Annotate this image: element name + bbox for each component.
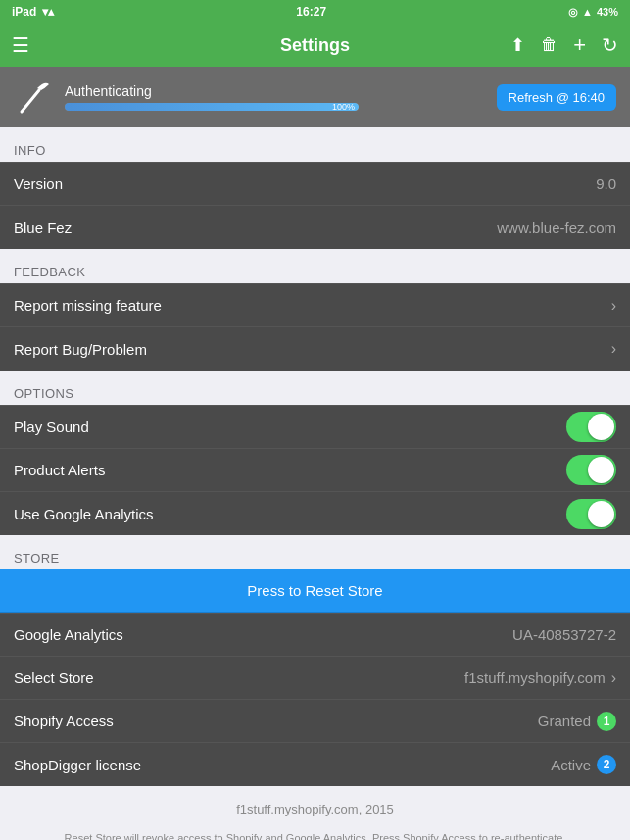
feedback-rows-group: Report missing feature › Report Bug/Prob… — [0, 283, 630, 371]
shopdigger-license-badge: 2 — [597, 755, 616, 774]
google-analytics-toggle-label: Use Google Analytics — [14, 506, 154, 522]
section-header-info: Info — [0, 135, 630, 162]
product-alerts-label: Product Alerts — [14, 462, 105, 478]
report-missing-label: Report missing feature — [14, 297, 162, 314]
shopify-access-label: Shopify Access — [14, 713, 114, 729]
play-sound-toggle[interactable] — [566, 412, 616, 442]
play-sound-row: Play Sound — [0, 406, 630, 449]
app-logo — [14, 76, 55, 118]
shopify-access-row: Shopify Access Granted 1 — [0, 700, 630, 743]
product-alerts-row: Product Alerts — [0, 449, 630, 492]
refresh-button[interactable]: Refresh @ 16:40 — [497, 84, 616, 111]
section-header-store: Store — [0, 543, 630, 569]
shopdigger-license-row: ShopDigger license Active 2 — [0, 743, 630, 786]
reset-store-btn-row[interactable]: Press to Reset Store — [0, 569, 630, 613]
google-analytics-toggle-row: Use Google Analytics — [0, 492, 630, 535]
select-store-label: Select Store — [14, 669, 94, 686]
report-missing-row[interactable]: Report missing feature › — [0, 284, 630, 327]
time-label: 16:27 — [296, 5, 326, 19]
nav-bar: ☰ Settings ⬆ 🗑 + ↻ — [0, 24, 630, 67]
status-bar: iPad ▾▴ 16:27 ◎ ▲ 43% — [0, 0, 630, 24]
report-bug-chevron: › — [611, 340, 616, 358]
blue-fez-label: Blue Fez — [14, 220, 72, 236]
menu-icon[interactable]: ☰ — [12, 33, 29, 57]
play-sound-label: Play Sound — [14, 419, 89, 435]
signal-icon: ▲ — [582, 6, 593, 18]
version-row: Version 9.0 — [0, 163, 630, 206]
section-header-options: Options — [0, 378, 630, 405]
auth-bar: Authenticating 100% Refresh @ 16:40 — [0, 67, 630, 127]
info-rows-group: Version 9.0 Blue Fez www.blue-fez.com — [0, 162, 630, 249]
blue-fez-value: www.blue-fez.com — [497, 220, 616, 236]
reset-store-label: Press to Reset Store — [247, 582, 382, 599]
version-label: Version — [14, 175, 63, 192]
add-icon[interactable]: + — [573, 32, 586, 58]
google-analytics-id-label: Google Analytics — [14, 626, 123, 643]
report-bug-label: Report Bug/Problem — [14, 341, 147, 358]
progress-label: 100% — [332, 103, 355, 111]
product-alerts-toggle[interactable] — [566, 455, 616, 485]
trash-icon[interactable]: 🗑 — [541, 35, 557, 55]
carrier-label: iPad — [12, 5, 36, 19]
shopdigger-license-value: Active — [551, 757, 591, 773]
shopify-access-value: Granted — [538, 713, 591, 729]
google-analytics-id-value: UA-40853727-2 — [512, 626, 616, 643]
version-value: 9.0 — [596, 175, 616, 192]
page-title: Settings — [280, 35, 350, 56]
options-rows-group: Play Sound Product Alerts Use Google Ana… — [0, 405, 630, 535]
refresh-icon[interactable]: ↻ — [602, 33, 618, 57]
select-store-row[interactable]: Select Store f1stuff.myshopify.com › — [0, 657, 630, 700]
google-analytics-toggle[interactable] — [566, 499, 616, 529]
footer-domain: f1stuff.myshopify.com, 2015 — [0, 794, 630, 824]
share-icon[interactable]: ⬆ — [510, 34, 525, 56]
blue-fez-row: Blue Fez www.blue-fez.com — [0, 206, 630, 249]
progress-bar: 100% — [65, 103, 359, 111]
battery-label: 43% — [597, 6, 618, 18]
report-bug-row[interactable]: Report Bug/Problem › — [0, 327, 630, 371]
auth-status: Authenticating — [65, 83, 359, 99]
svg-line-1 — [22, 90, 39, 112]
shopify-access-badge: 1 — [597, 712, 616, 731]
store-rows-group: Google Analytics UA-40853727-2 Select St… — [0, 613, 630, 786]
google-analytics-id-row: Google Analytics UA-40853727-2 — [0, 614, 630, 657]
location-icon: ◎ — [568, 6, 578, 19]
section-header-feedback: Feedback — [0, 257, 630, 283]
select-store-value: f1stuff.myshopify.com — [464, 669, 606, 686]
select-store-chevron: › — [611, 669, 616, 687]
wifi-icon: ▾▴ — [42, 5, 54, 19]
footer-note: Reset Store will revoke access to Shopif… — [0, 824, 630, 840]
shopdigger-license-label: ShopDigger license — [14, 757, 141, 773]
report-missing-chevron: › — [611, 297, 616, 315]
